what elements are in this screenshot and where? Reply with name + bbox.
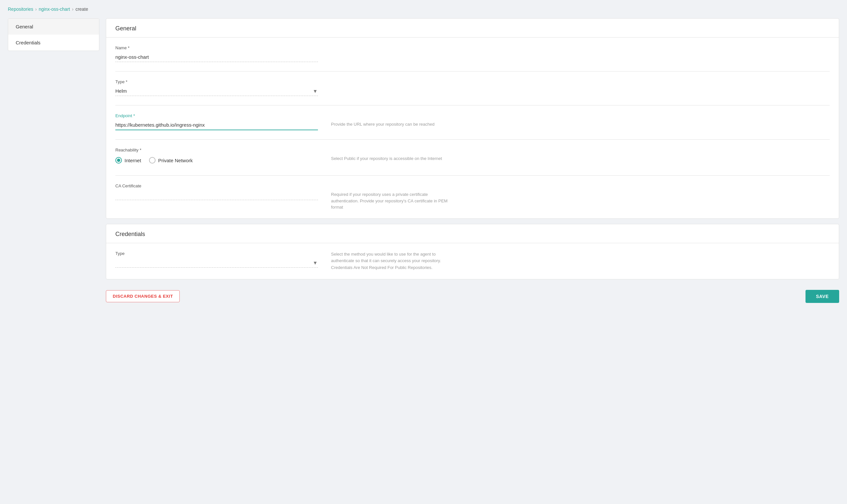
ca-cert-label: CA Certificate (115, 183, 318, 188)
name-input[interactable] (115, 52, 318, 62)
credentials-type-field: Type ▾ (115, 251, 318, 271)
reachability-field-container: Reachability * Internet Private Network (115, 147, 318, 166)
name-field-container: Name * (115, 46, 318, 62)
type-select[interactable]: Helm OCI Git (115, 86, 318, 96)
type-field-container: Type * Helm OCI Git ▾ (115, 79, 318, 96)
credentials-type-select-wrapper: ▾ (115, 258, 318, 268)
radio-internet-label: Internet (124, 158, 141, 163)
credentials-type-label: Type (115, 251, 318, 256)
content-area: General Name * Type * (106, 18, 839, 303)
endpoint-hint: Provide the URL where your repository ca… (331, 113, 455, 130)
breadcrumb-separator-1: › (35, 6, 37, 12)
breadcrumb: Repositories › nginx-oss-chart › create (8, 6, 839, 12)
endpoint-row: Endpoint * Provide the URL where your re… (115, 113, 830, 130)
radio-internet-input[interactable] (115, 157, 122, 164)
ca-cert-hint: Required if your repository uses a priva… (331, 183, 455, 211)
name-row: Name * (115, 46, 830, 62)
credentials-type-row: Type ▾ Select the method you would like … (115, 251, 830, 271)
radio-private[interactable]: Private Network (149, 157, 193, 164)
reachability-label: Reachability * (115, 147, 318, 152)
endpoint-field-container: Endpoint * (115, 113, 318, 130)
reachability-row: Reachability * Internet Private Network (115, 147, 830, 166)
general-card: General Name * Type * (106, 18, 839, 219)
radio-internet[interactable]: Internet (115, 157, 141, 164)
ca-cert-row: CA Certificate Required if your reposito… (115, 183, 830, 211)
sidebar-item-credentials[interactable]: Credentials (8, 35, 99, 51)
endpoint-input[interactable] (115, 120, 318, 130)
reachability-hint: Select Public if your repository is acce… (331, 147, 455, 166)
footer-bar: DISCARD CHANGES & EXIT SAVE (106, 285, 839, 303)
sidebar: General Credentials (8, 18, 99, 51)
reachability-radio-group: Internet Private Network (115, 155, 318, 166)
general-section-title: General (106, 19, 839, 38)
credentials-type-hint: Select the method you would like to use … (331, 251, 455, 271)
breadcrumb-repositories[interactable]: Repositories (8, 6, 33, 12)
credentials-card: Credentials Type ▾ Select the (106, 224, 839, 280)
breadcrumb-chart[interactable]: nginx-oss-chart (39, 6, 70, 12)
credentials-section-title: Credentials (106, 224, 839, 243)
discard-button[interactable]: DISCARD CHANGES & EXIT (106, 290, 180, 302)
name-label: Name * (115, 46, 318, 50)
radio-private-label: Private Network (158, 158, 193, 163)
type-select-wrapper: Helm OCI Git ▾ (115, 86, 318, 96)
breadcrumb-separator-2: › (72, 6, 73, 12)
ca-cert-input[interactable] (115, 190, 318, 200)
radio-private-input[interactable] (149, 157, 156, 164)
breadcrumb-current: create (75, 6, 88, 12)
ca-cert-field-container: CA Certificate (115, 183, 318, 211)
sidebar-item-general[interactable]: General (8, 19, 99, 35)
save-button[interactable]: SAVE (806, 290, 839, 303)
type-row: Type * Helm OCI Git ▾ (115, 79, 830, 96)
endpoint-label: Endpoint * (115, 113, 318, 118)
type-label: Type * (115, 79, 318, 84)
credentials-type-select[interactable] (115, 258, 318, 268)
